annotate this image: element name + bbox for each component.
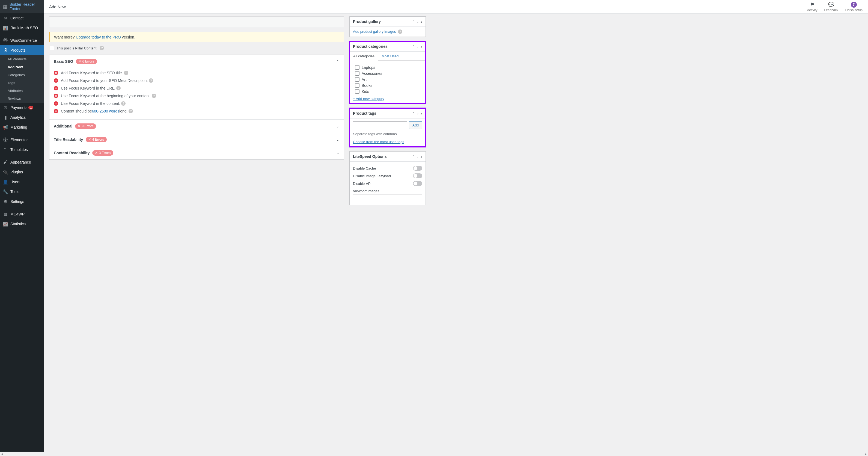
sidebar-item-builder-header-footer[interactable]: ▦ Builder Header Footer: [0, 0, 44, 13]
seo-section-title-readability[interactable]: Title Readability ✕4 Errors ⌄: [50, 133, 344, 146]
horizontal-scrollbar[interactable]: ◀ ▶: [0, 452, 868, 456]
move-down-icon[interactable]: ⌄: [416, 155, 419, 158]
input-placeholder-box[interactable]: [49, 17, 344, 28]
category-item: Laptops: [353, 64, 422, 70]
category-checkbox[interactable]: [355, 77, 360, 82]
seo-check-item: ✕Use Focus Keyword in the URL.?: [54, 84, 339, 92]
elementor-icon: ⓔ: [3, 137, 8, 143]
add-new-category-link[interactable]: + Add new category: [353, 97, 384, 101]
x-icon: ✕: [95, 151, 98, 155]
toggle-disable-cache[interactable]: [413, 166, 422, 171]
error-dot-icon: ✕: [54, 109, 58, 113]
collapse-icon[interactable]: ▴: [421, 112, 422, 115]
chevron-down-icon: ⌄: [336, 151, 339, 155]
help-icon[interactable]: ?: [398, 29, 402, 34]
tag-hint: Separate tags with commas: [353, 132, 422, 136]
ls-option-label: Disable Cache: [353, 166, 376, 171]
sidebar-item-appearance[interactable]: 🖌 Appearance: [0, 157, 44, 167]
scroll-track[interactable]: [4, 452, 864, 456]
activity-button[interactable]: ⚑ Activity: [807, 2, 817, 12]
sidebar-item-elementor[interactable]: ⓔ Elementor: [0, 135, 44, 145]
sidebar-item-settings[interactable]: ⚙ Settings: [0, 196, 44, 206]
add-tag-button[interactable]: Add: [409, 121, 422, 129]
seo-section-content-readability[interactable]: Content Readability ✕3 Errors ⌄: [50, 146, 344, 159]
seo-section-additional[interactable]: Additional ✕9 Errors ⌄: [50, 119, 344, 133]
sidebar-item-products[interactable]: 🗄 Products: [0, 45, 44, 55]
help-icon[interactable]: ?: [124, 71, 128, 75]
collapse-icon[interactable]: ▴: [421, 20, 422, 24]
sidebar-item-mc4wp[interactable]: ▦ MC4WP: [0, 209, 44, 219]
toggle-disable-vpi[interactable]: [413, 181, 422, 186]
toggle-disable-lazyload[interactable]: [413, 173, 422, 178]
error-badge: ✕9 Errors: [75, 123, 96, 129]
upgrade-link[interactable]: Upgrade today to the PRO: [76, 35, 121, 39]
tag-input[interactable]: [353, 121, 407, 129]
metabox-title: Product tags: [353, 111, 412, 116]
admin-sidebar: ▦ Builder Header Footer ✉ Contact 📊 Rank…: [0, 0, 44, 456]
promo-text-pre: Want more?: [54, 35, 76, 39]
category-checkbox[interactable]: [355, 83, 360, 88]
move-up-icon[interactable]: ⌃: [412, 45, 415, 48]
help-icon[interactable]: ?: [116, 86, 121, 90]
category-checkbox[interactable]: [355, 65, 360, 70]
sidebar-item-woocommerce[interactable]: ⓦ WooCommerce: [0, 35, 44, 45]
submenu-add-new[interactable]: Add New: [0, 63, 44, 71]
category-item: Books: [353, 83, 422, 88]
submenu-all-products[interactable]: All Products: [0, 55, 44, 63]
submenu-reviews[interactable]: Reviews: [0, 95, 44, 103]
submenu-categories[interactable]: Categories: [0, 71, 44, 79]
sidebar-item-marketing[interactable]: 📢 Marketing: [0, 122, 44, 132]
ls-option-label: Disable VPI: [353, 182, 371, 186]
most-used-tags-link[interactable]: Choose from the most used tags: [353, 140, 404, 144]
sidebar-item-statistics[interactable]: 📈 Statistics: [0, 219, 44, 229]
pillar-checkbox[interactable]: [50, 46, 54, 50]
help-icon[interactable]: ?: [121, 101, 126, 106]
sidebar-item-templates[interactable]: 🗀 Templates: [0, 145, 44, 155]
sidebar-item-users[interactable]: 👤 Users: [0, 177, 44, 187]
tab-all-categories[interactable]: All categories: [350, 52, 378, 61]
submenu-tags[interactable]: Tags: [0, 79, 44, 87]
seo-check-item: ✕Use Focus Keyword at the beginning of y…: [54, 92, 339, 100]
add-gallery-link[interactable]: Add product gallery images: [353, 29, 396, 34]
folder-icon: 🗀: [3, 147, 8, 152]
chevron-down-icon: ⌄: [336, 138, 339, 142]
collapse-icon[interactable]: ▴: [421, 155, 422, 158]
collapse-icon[interactable]: ▴: [421, 45, 422, 48]
category-checkbox[interactable]: [355, 89, 360, 94]
tab-most-used[interactable]: Most Used: [378, 52, 402, 61]
seo-section-title: Title Readability: [54, 138, 83, 142]
sidebar-item-label: Tools: [10, 189, 20, 194]
sidebar-item-analytics[interactable]: ▮ Analytics: [0, 113, 44, 122]
brush-icon: 🖌: [3, 159, 8, 165]
viewport-images-input[interactable]: [353, 194, 422, 202]
sidebar-item-tools[interactable]: 🔧 Tools: [0, 187, 44, 196]
sidebar-item-plugins[interactable]: 🔌 Plugins: [0, 167, 44, 177]
help-icon[interactable]: ?: [129, 109, 133, 113]
move-up-icon[interactable]: ⌃: [412, 20, 415, 24]
sidebar-item-label: Rank Math SEO: [10, 26, 38, 30]
scroll-right-icon[interactable]: ▶: [864, 452, 868, 456]
scroll-left-icon[interactable]: ◀: [0, 452, 4, 456]
submenu-attributes[interactable]: Attributes: [0, 87, 44, 95]
help-icon[interactable]: ?: [149, 79, 153, 83]
sidebar-item-rankmath[interactable]: 📊 Rank Math SEO: [0, 23, 44, 33]
feedback-button[interactable]: 💬 Feedback: [824, 2, 839, 12]
help-icon[interactable]: ?: [152, 94, 156, 98]
move-down-icon[interactable]: ⌄: [416, 20, 419, 24]
layout-icon: ▦: [3, 4, 7, 9]
word-count-link[interactable]: 600-2500 words: [92, 109, 119, 113]
seo-section-basic[interactable]: Basic SEO ✕6 Errors ⌃: [50, 55, 344, 68]
finish-setup-button[interactable]: 7 Finish setup: [845, 2, 863, 12]
sidebar-item-contact[interactable]: ✉ Contact: [0, 13, 44, 23]
move-down-icon[interactable]: ⌄: [416, 45, 419, 48]
error-dot-icon: ✕: [54, 71, 58, 75]
sidebar-item-payments[interactable]: ⎚ Payments 1: [0, 103, 44, 113]
sidebar-item-label: WooCommerce: [10, 38, 37, 42]
sidebar-item-label: Users: [10, 180, 21, 184]
move-up-icon[interactable]: ⌃: [412, 155, 415, 158]
help-icon[interactable]: ?: [100, 46, 104, 50]
sliders-icon: ⚙: [3, 199, 8, 204]
move-down-icon[interactable]: ⌄: [416, 112, 419, 115]
category-checkbox[interactable]: [355, 71, 360, 75]
move-up-icon[interactable]: ⌃: [412, 112, 415, 115]
